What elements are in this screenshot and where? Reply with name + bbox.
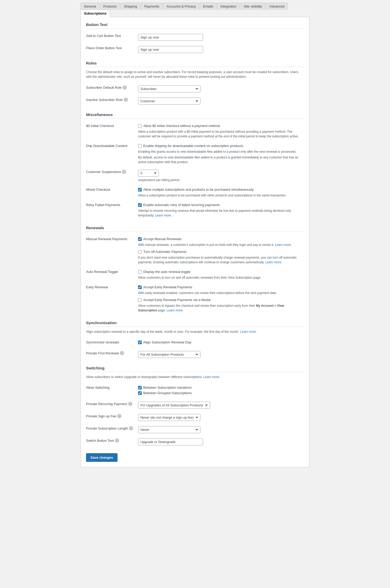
customer-suspensions-suffix: suspensions per billing period. [138,178,304,182]
turn-off-automatic-checkbox[interactable] [138,250,142,254]
mixed-checkout-label: Mixed Checkout [86,188,110,191]
tab-payments[interactable]: Payments [141,3,163,10]
early-modal-learn-more[interactable]: Learn more [167,309,183,312]
prorate-length-help[interactable]: ? [129,426,133,430]
early-modal-text: Accept Early Renewal Payments via a Moda… [143,298,211,302]
retry-failed-checkbox-text: Enable automatic retry of failed recurri… [143,203,220,207]
grouped-text: Between Grouped Subscriptions [143,391,192,395]
prorate-signup-help[interactable]: ? [117,414,121,418]
add-to-cart-input[interactable] [138,34,203,41]
switching-description: Allow subscribers to switch (upgrade or … [86,375,304,379]
customer-suspensions-label: Customer Suspensions [86,170,121,174]
manual-renewal-learn-more[interactable]: Learn more [275,243,291,247]
add-to-cart-label: Add to Cart Button Text [86,34,121,38]
drip-content-checkbox[interactable] [138,144,142,148]
mixed-checkout-checkbox[interactable] [138,188,142,191]
prorate-signup-label: Prorate Sign up Fee [86,414,116,418]
save-button[interactable]: Save changes [86,453,118,462]
retry-failed-checkbox[interactable] [138,203,142,207]
turn-off-learn-more[interactable]: Learn more [265,260,281,264]
variations-text: Between Subscription Variations [143,386,192,389]
prorate-first-select[interactable]: For All Subscription Products For New Su… [138,351,200,358]
variations-checkbox[interactable] [138,386,142,389]
grouped-checkbox[interactable] [138,391,142,395]
auto-renewal-checkbox-text: Display the auto renewal toggle [143,270,190,274]
prorate-length-select[interactable]: Never For All Subscription Products For … [138,426,200,433]
sync-learn-more[interactable]: Learn more [240,330,256,334]
initial-checkout-desc: Allow a subscription product with a $0 i… [138,129,304,139]
initial-checkout-checkbox-text: Allow $0 initial checkout without a paym… [143,124,221,128]
initial-checkout-label: $0 Initial Checkout [86,124,114,128]
prorate-first-label: Prorate First Renewal [86,351,119,355]
tab-general[interactable]: General [81,3,99,10]
turn-off-automatic-checkbox-label: Turn off Automatic Payments [138,250,304,254]
tab-subscriptions[interactable]: Subscriptions [81,10,110,17]
switching-learn-more[interactable]: Learn more [203,375,219,379]
initial-checkout-checkbox[interactable] [138,124,142,128]
drip-content-checkbox-text: Enable dripping for downloadable content… [143,144,244,148]
section-sync-title: Synchronisation [86,321,304,327]
early-modal-desc: Allow customers to bypass the checkout a… [138,303,304,313]
tab-products[interactable]: Products [100,3,120,10]
renewals-table: Manual Renewal Payments Accept Manual Re… [86,234,304,315]
prorate-length-label: Prorate Subscription Length [86,426,128,430]
drip-content-label: Drip Downloadable Content [86,144,127,148]
accept-manual-text: Accept Manual Renewals [143,237,181,241]
switching-table: Allow Switching Between Subscription Var… [86,383,304,448]
section-button-text-title: Button Text [86,22,304,29]
button-text-table: Add to Cart Button Text Place Order Butt… [86,31,304,56]
section-switching-title: Switching [86,366,304,372]
sync-table: Synchronise renewals Align Subscription … [86,338,304,361]
retry-failed-label: Retry Failed Payments [86,203,120,207]
section-roles-title: Roles [86,61,304,67]
sync-description: Align subscription renewal to a specific… [86,329,304,334]
early-renewal-label: Early Renewal [86,285,108,289]
auto-renewal-label: Auto Renewal Toggle [86,270,118,274]
accept-early-checkbox-label: Accept Early Renewal Payments [138,285,304,289]
subscriber-default-help[interactable]: ? [123,85,127,90]
tab-advanced[interactable]: Advanced [266,3,288,10]
prorate-recurring-help[interactable]: ? [128,402,132,406]
tab-site-visibility[interactable]: Site visibility [240,3,265,10]
initial-checkout-checkbox-label: Allow $0 initial checkout without a paym… [138,124,304,128]
place-order-input[interactable] [138,46,203,53]
drip-content-checkbox-label: Enable dripping for downloadable content… [138,144,304,148]
early-modal-checkbox[interactable] [138,298,142,302]
section-renewals-title: Renewals [86,226,304,232]
customer-suspensions-help[interactable]: ? [122,170,126,174]
tab-bar: General Products Shipping Payments Accou… [81,3,309,17]
prorate-first-help[interactable]: ? [120,351,124,355]
inactive-subscriber-select[interactable]: Customer Subscriber Author Editor [138,98,200,105]
switch-button-text-input[interactable] [138,438,203,445]
tab-integration[interactable]: Integration [217,3,240,10]
mixed-checkout-checkbox-label: Allow multiple subscriptions and product… [138,188,304,191]
prorate-recurring-select[interactable]: For Upgrades of All Subscription Product… [138,402,210,409]
inactive-subscriber-help[interactable]: ? [124,98,128,102]
turn-off-automatic-text: Turn off Automatic Payments [143,250,186,254]
tab-emails[interactable]: Emails [200,3,217,10]
section-misc-title: Miscellaneous [86,112,304,119]
accept-manual-desc: With manual renewals, a customer's subsc… [138,242,304,247]
grouped-checkbox-label: Between Grouped Subscriptions [138,391,304,395]
accept-early-checkbox[interactable] [138,285,142,289]
drip-content-desc1: Enabling this grants access to new downl… [138,149,304,154]
subscriber-default-label: Subscriber Default Role [86,86,122,90]
accept-manual-checkbox[interactable] [138,237,142,241]
tab-accounts-privacy[interactable]: Accounts & Privacy [163,3,199,10]
inactive-subscriber-label: Inactive Subscriber Role [86,98,123,102]
roles-description: Choose the default roles to assign to ac… [86,70,304,79]
subscriber-default-select[interactable]: Subscriber Customer Author Editor [138,85,200,92]
tab-shipping[interactable]: Shipping [121,3,141,10]
prorate-signup-select[interactable]: Never (do not charge a sign up fee) For … [138,414,200,421]
accept-early-desc: With early renewals enabled, customers c… [138,291,304,295]
customer-suspensions-select[interactable]: 0 1 2 3 4 5 [138,170,159,177]
synchronise-renewals-label: Synchronise renewals [86,340,119,344]
place-order-label: Place Order Button Text [86,46,122,50]
mixed-checkout-desc: Allow a subscription product to be purch… [138,193,304,198]
manual-renewal-label: Manual Renewal Payments [86,237,127,241]
auto-renewal-checkbox[interactable] [138,270,142,274]
retry-failed-learn-more[interactable]: Learn more [155,214,171,217]
accept-manual-checkbox-label: Accept Manual Renewals [138,237,304,241]
synchronise-renewals-checkbox[interactable] [138,341,142,344]
switch-button-help[interactable]: ? [115,438,119,443]
